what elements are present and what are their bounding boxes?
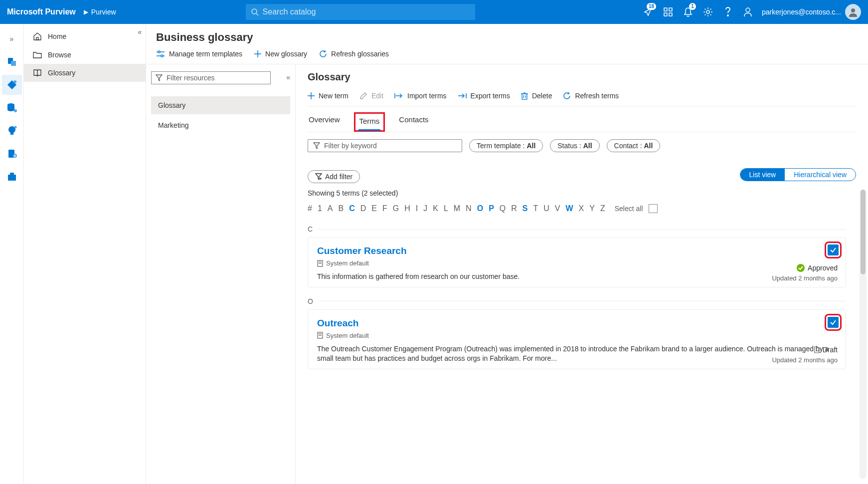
svg-rect-11 [11, 61, 16, 66]
filter-icon [156, 74, 163, 81]
rail-item-data[interactable] [2, 98, 22, 118]
term-checkbox[interactable] [828, 317, 839, 328]
export-terms-button[interactable]: Export terms [458, 92, 510, 100]
search-input[interactable]: Search catalog [246, 4, 475, 20]
alpha-letter[interactable]: W [566, 204, 573, 213]
rail-item-catalog[interactable] [2, 75, 22, 95]
alpha-letter[interactable]: P [489, 204, 494, 213]
term-checkbox[interactable] [828, 244, 839, 255]
term-status: Approved [797, 264, 838, 272]
alpha-letter[interactable]: O [477, 204, 483, 213]
svg-rect-35 [522, 94, 527, 99]
notifications-icon[interactable]: 1 [678, 0, 698, 24]
filter-keyword-input[interactable]: Filter by keyword [308, 139, 462, 152]
alpha-letter[interactable]: M [454, 204, 460, 213]
alpha-letter[interactable]: U [543, 204, 549, 213]
alpha-letter[interactable]: F [382, 204, 387, 213]
import-terms-button[interactable]: Import terms [394, 92, 447, 100]
resource-item-marketing[interactable]: Marketing [151, 116, 290, 134]
new-glossary-button[interactable]: New glossary [254, 50, 307, 58]
avatar[interactable] [845, 4, 861, 20]
alpha-letter[interactable]: A [328, 204, 333, 213]
feedback-icon[interactable]: 18 [638, 0, 658, 24]
add-filter-button[interactable]: Add filter [308, 170, 360, 183]
apps-icon[interactable] [658, 0, 678, 24]
refresh-glossaries-button[interactable]: Refresh glossaries [319, 50, 389, 58]
nav-item-browse[interactable]: Browse [24, 46, 146, 64]
help-icon[interactable] [718, 0, 738, 24]
filter-resources-input[interactable]: Filter resources [151, 71, 271, 84]
tab-overview[interactable]: Overview [308, 112, 341, 132]
alpha-letter[interactable]: C [349, 204, 355, 213]
alpha-letter[interactable]: 1 [318, 204, 322, 213]
tab-terms[interactable]: Terms [358, 114, 381, 130]
filter-pill-contact[interactable]: Contact : All [607, 139, 661, 152]
alpha-letter[interactable]: Q [500, 204, 506, 213]
alpha-letter[interactable]: T [533, 204, 538, 213]
new-term-button[interactable]: New term [308, 92, 348, 100]
term-card[interactable]: Outreach System default The Outreach Cus… [308, 309, 846, 369]
alpha-letter[interactable]: H [404, 204, 410, 213]
filter-pill-template[interactable]: Term template : All [469, 139, 543, 152]
term-template: System default [317, 259, 837, 267]
glossary-title: Glossary [308, 71, 856, 83]
term-card[interactable]: Customer Research System default This in… [308, 237, 846, 287]
user-email[interactable]: parkerjones@contoso.c... [762, 8, 841, 16]
alpha-letter[interactable]: D [360, 204, 366, 213]
group-header: C [308, 225, 846, 233]
delete-button[interactable]: Delete [521, 92, 552, 100]
alpha-letter[interactable]: I [416, 204, 418, 213]
alpha-letter[interactable]: Z [600, 204, 605, 213]
svg-rect-20 [10, 173, 14, 175]
rail-item-sources[interactable] [2, 52, 22, 72]
alpha-letter[interactable]: B [338, 204, 344, 213]
glossary-detail: Glossary New term Edit Import terms [296, 64, 868, 484]
settings-icon[interactable] [698, 0, 718, 24]
svg-point-16 [14, 126, 16, 129]
alpha-letter[interactable]: N [466, 204, 472, 213]
term-name-link[interactable]: Outreach [317, 318, 837, 329]
refresh-terms-button[interactable]: Refresh terms [563, 92, 619, 100]
group-header: O [308, 297, 846, 305]
view-toggle[interactable]: List view Hierarchical view [740, 168, 857, 181]
template-icon [317, 260, 323, 267]
nav-item-glossary[interactable]: Glossary [24, 64, 146, 82]
manage-templates-button[interactable]: Manage term templates [156, 50, 242, 58]
resource-item-glossary[interactable]: Glossary [151, 96, 290, 114]
svg-rect-5 [669, 13, 672, 16]
rail-item-insights[interactable] [2, 121, 22, 141]
alpha-letter[interactable]: R [511, 204, 517, 213]
resources-collapse-button[interactable]: « [286, 73, 290, 81]
alpha-letter[interactable]: # [308, 204, 312, 213]
filter-add-icon [315, 173, 322, 180]
rail-item-management[interactable] [2, 167, 22, 187]
select-all-label: Select all [615, 205, 643, 213]
nav-item-home[interactable]: Home [24, 27, 146, 46]
list-view-toggle[interactable]: List view [740, 169, 785, 181]
alpha-letter[interactable]: L [444, 204, 448, 213]
scrollbar[interactable] [860, 190, 867, 479]
nav-collapse-button[interactable]: « [138, 28, 142, 36]
person-icon[interactable] [738, 0, 758, 24]
alpha-letter[interactable]: K [433, 204, 438, 213]
alpha-letter[interactable]: E [371, 204, 377, 213]
check-icon [830, 246, 837, 253]
hierarchical-view-toggle[interactable]: Hierarchical view [785, 169, 856, 181]
alpha-letter[interactable]: Y [589, 204, 595, 213]
alpha-letter[interactable]: S [522, 204, 528, 213]
alpha-letter[interactable]: G [393, 204, 399, 213]
svg-point-15 [14, 109, 17, 112]
alpha-letter[interactable]: J [423, 204, 427, 213]
svg-rect-4 [664, 13, 667, 16]
alpha-letter[interactable]: V [555, 204, 560, 213]
alpha-index: #1ABCDEFGHIJKLMNOPQRSTUVWXYZSelect all [308, 202, 856, 218]
trash-icon [521, 92, 528, 100]
alpha-letter[interactable]: X [579, 204, 584, 213]
filter-pill-status[interactable]: Status : All [550, 139, 599, 152]
tab-contacts[interactable]: Contacts [398, 112, 429, 132]
rail-item-policy[interactable] [2, 144, 22, 164]
term-name-link[interactable]: Customer Research [317, 245, 837, 256]
breadcrumb[interactable]: Purview [91, 8, 116, 16]
rail-expand-button[interactable]: » [2, 29, 22, 49]
select-all-checkbox[interactable] [649, 204, 658, 213]
